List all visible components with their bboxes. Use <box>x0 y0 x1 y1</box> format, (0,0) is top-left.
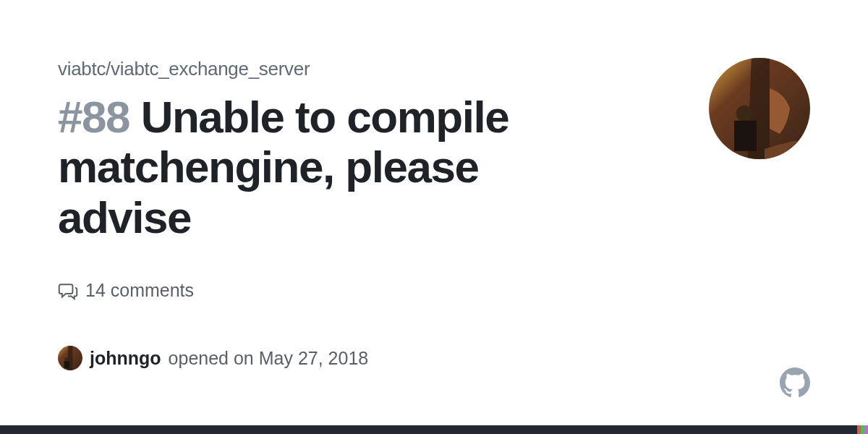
github-logo-icon[interactable] <box>780 367 810 398</box>
avatar[interactable] <box>709 58 810 159</box>
svg-point-1 <box>736 106 752 122</box>
issue-number: #88 <box>58 92 129 142</box>
language-bar-seg-2 <box>864 425 868 434</box>
svg-point-4 <box>64 357 68 361</box>
svg-rect-5 <box>64 361 69 368</box>
repo-path[interactable]: viabtc/viabtc_exchange_server <box>58 58 810 80</box>
author-avatar-image <box>58 346 82 370</box>
meta-row: johnngo opened on May 27, 2018 <box>58 346 810 370</box>
avatar-image <box>709 58 810 159</box>
opened-text: opened on May 27, 2018 <box>169 348 369 369</box>
comments-text: 14 comments <box>85 280 194 301</box>
author-avatar[interactable] <box>58 346 82 370</box>
comment-icon <box>58 281 78 301</box>
issue-title: #88 Unable to compile matchengine, pleas… <box>58 92 622 242</box>
author-username[interactable]: johnngo <box>90 348 161 369</box>
language-bar <box>0 425 868 434</box>
svg-rect-2 <box>734 121 757 151</box>
language-bar-main <box>0 425 857 434</box>
comments-count[interactable]: 14 comments <box>58 280 810 301</box>
